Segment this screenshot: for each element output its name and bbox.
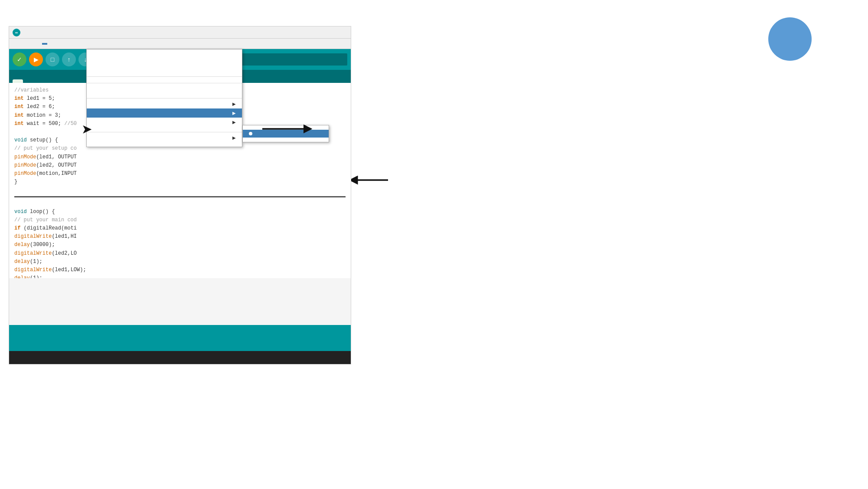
code-line-19: delay(1); bbox=[14, 258, 346, 266]
code-line-12 bbox=[14, 196, 346, 197]
ide-menubar bbox=[9, 39, 351, 49]
menu-herramientas[interactable] bbox=[42, 43, 47, 45]
arrow-right-subdropdown bbox=[260, 122, 312, 137]
menu-quemar-bootloader[interactable] bbox=[87, 142, 242, 147]
step-badge bbox=[768, 17, 812, 61]
separator-1 bbox=[87, 76, 242, 77]
menu-programa[interactable] bbox=[32, 43, 37, 45]
menu-archivo[interactable] bbox=[11, 43, 16, 45]
menu-archivo-programa[interactable] bbox=[87, 54, 242, 58]
menu-procesador[interactable]: ▶ bbox=[87, 108, 242, 118]
ide-statusbar bbox=[9, 325, 351, 351]
menu-programador[interactable]: ▶ bbox=[87, 133, 242, 142]
right-panel bbox=[351, 0, 868, 489]
code-line-10: pinMode(motion,INPUT bbox=[14, 170, 346, 178]
ide-titlebar: ∞ bbox=[9, 26, 351, 39]
arduino-logo: ∞ bbox=[13, 29, 20, 36]
code-line-17: delay(30000); bbox=[14, 241, 346, 249]
code-line-9: pinMode(led2, OUTPUT bbox=[14, 161, 346, 170]
code-line-20: digitalWrite(led1,LOW); bbox=[14, 266, 346, 274]
menu-wifi-firmware[interactable] bbox=[87, 78, 242, 82]
new-button[interactable]: □ bbox=[46, 53, 59, 66]
open-button[interactable]: ↑ bbox=[62, 53, 76, 66]
menu-placa[interactable]: ▶ bbox=[87, 99, 242, 108]
arrow-left-text bbox=[351, 174, 390, 188]
menu-editar[interactable] bbox=[21, 43, 26, 45]
menu-blynk-usb[interactable] bbox=[87, 93, 242, 97]
menu-reparar-codificacion[interactable] bbox=[87, 58, 242, 62]
separator-3 bbox=[87, 98, 242, 98]
menu-administrar-bibliotecas[interactable] bbox=[87, 62, 242, 67]
upload-button[interactable]: ▶ bbox=[29, 53, 43, 66]
dropdown-main-menu: ▶ ▶ ▶ ▶ bbox=[86, 49, 242, 147]
description-text bbox=[377, 69, 846, 78]
menu-blynk-check[interactable] bbox=[87, 84, 242, 89]
menu-auto-formato[interactable] bbox=[87, 49, 242, 54]
code-line-21: delay(1); bbox=[14, 274, 346, 278]
separator-2 bbox=[87, 83, 242, 83]
arrow-left-1: ➤ bbox=[82, 123, 91, 136]
editor-tab[interactable] bbox=[13, 79, 23, 83]
code-line-14: // put your main cod bbox=[14, 216, 346, 224]
menu-blynk-example[interactable] bbox=[87, 89, 242, 93]
code-line-16: digitalWrite(led1,HI bbox=[14, 233, 346, 241]
menu-puerto[interactable]: ▶ bbox=[87, 118, 242, 127]
selected-indicator bbox=[249, 132, 252, 135]
verify-button[interactable]: ✓ bbox=[13, 53, 26, 66]
menu-monitor-serie[interactable] bbox=[87, 67, 242, 71]
separator-4 bbox=[87, 132, 242, 132]
ide-bottombar bbox=[9, 351, 351, 364]
menu-ayuda[interactable] bbox=[52, 43, 58, 45]
code-line-11: } bbox=[14, 178, 346, 186]
arduino-ide: ∞ ✓ ▶ □ ↑ ↓ //variables int led1 = 5; in… bbox=[9, 26, 351, 364]
menu-serial-plotter[interactable] bbox=[87, 71, 242, 75]
code-line-15: if (digitalRead(moti bbox=[14, 224, 346, 233]
menu-info-placa[interactable] bbox=[87, 127, 242, 131]
code-line-18: digitalWrite(led2,LO bbox=[14, 249, 346, 258]
herramientas-dropdown: ▶ ▶ ▶ ▶ bbox=[86, 49, 242, 147]
submenu-atmega168[interactable] bbox=[243, 138, 329, 142]
code-line-8: pinMode(led1, OUTPUT bbox=[14, 153, 346, 161]
code-line-13: void loop() { bbox=[14, 208, 346, 216]
